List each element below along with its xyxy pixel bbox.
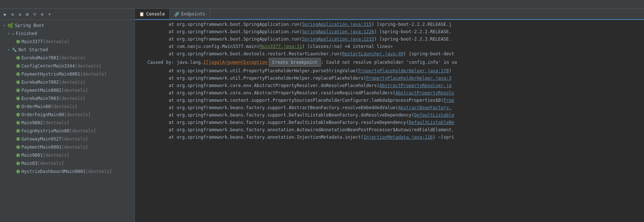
log-link-0[interactable]: SpringApplication.java:315	[302, 22, 371, 27]
error-text-5[interactable]: IllegalArgumentException	[203, 60, 267, 65]
log-link-2[interactable]: SpringApplication.java:1215	[302, 37, 374, 42]
log-link-10[interactable]: Prop	[443, 98, 454, 103]
tree-item-eurekamain7001[interactable]: EurekaMain7001 [devtools]	[0, 54, 134, 62]
add-button[interactable]: +	[47, 11, 52, 17]
tree-arrow-finished	[7, 31, 11, 36]
log-line-9: at org.springframework.core.env.Abstract…	[135, 89, 644, 97]
tree-sublabel-ordermain80: [devtools]	[51, 104, 77, 109]
tree-sublabel-main83: [devtools]	[37, 161, 64, 166]
tree-label-not-started: Not Started	[18, 47, 48, 52]
list-icon[interactable]: ≡	[10, 11, 16, 17]
log-link-4[interactable]: RestartLauncher.java:49	[342, 51, 403, 56]
tree-sublabel-main9001: [devtools]	[43, 153, 69, 158]
tooltip-5[interactable]: Create breakpoint	[269, 58, 321, 67]
log-link-6[interactable]: PropertyPlaceholderHelper.java:178	[358, 68, 449, 73]
service-icon	[16, 113, 20, 117]
wind-icon[interactable]: ≋	[39, 11, 45, 17]
log-link-15[interactable]: InjectionMetadata.java:116	[363, 135, 433, 140]
log-link-11[interactable]: AbstractBeanFactory.	[398, 105, 452, 110]
tab-endpoints[interactable]: 🔗Endpoints	[170, 9, 210, 19]
tree-item-spring-boot[interactable]: 🌿Spring Boot	[0, 21, 134, 30]
tree-sublabel-main3377: [devtools]	[43, 39, 69, 44]
tree-item-paymentmain8002[interactable]: PaymentMain8002 [devtools]	[0, 86, 134, 94]
tree-item-feignhystrix80[interactable]: FeignHystrixMain80 [devtools]	[0, 127, 134, 135]
log-link-3[interactable]: Main3377.java:11	[259, 44, 302, 49]
tree-item-gatewaymain9527[interactable]: GatewayMain9527 [devtools]	[0, 135, 134, 143]
service-icon	[16, 105, 20, 108]
log-line-4: at org.springframework.boot.devtools.res…	[135, 50, 644, 58]
log-link-13[interactable]: DefaultListableBe	[409, 120, 454, 125]
spring-boot-icon: 🌿	[7, 23, 13, 28]
tree-item-paymentmain8001[interactable]: PaymentMain8001 [devtools]	[0, 143, 134, 151]
tree-item-not-started[interactable]: 🔧Not Started	[0, 46, 134, 54]
list-sort-icon[interactable]: ⇅	[17, 11, 23, 17]
tree-sublabel-configcenter3344: [devtools]	[75, 63, 102, 69]
service-icon	[16, 80, 20, 84]
tree-item-ordermain80[interactable]: OrderMain80 [devtools]	[0, 103, 134, 111]
log-line-14: at org.springframework.beans.factory.ann…	[135, 126, 644, 133]
tree-item-paymenthystrix8001[interactable]: PaymentHystrixMain8001 [devtools]	[0, 70, 134, 78]
log-line-6: at org.springframework.util.PropertyPlac…	[135, 67, 644, 74]
tree-label-gatewaymain9527: GatewayMain9527	[21, 136, 61, 142]
line-content-6: at org.springframework.util.PropertyPlac…	[147, 67, 452, 74]
tree-label-configcenter3344: ConfigCenterMain3344	[21, 63, 75, 69]
tree-item-orderfeign80[interactable]: OrderFeignMain80 [devtools]	[0, 111, 134, 119]
line-content-15: at org.springframework.beans.factory.ann…	[147, 134, 454, 141]
service-icon	[16, 97, 20, 100]
tree-item-finished[interactable]: ↺Finished	[0, 30, 134, 38]
tree-item-hystrixdash9001[interactable]: HystrixDashboardMain9001 [devtools]	[0, 167, 134, 176]
line-content-2: at org.springframework.boot.SpringApplic…	[147, 36, 452, 42]
log-link-1[interactable]: SpringApplication.java:1226	[302, 29, 374, 34]
tree-label-main9001: Main9001	[21, 153, 43, 158]
tree-sublabel-paymentmain8001: [devtools]	[61, 145, 88, 150]
tree-sublabel-hystrixdash9001: [devtools]	[85, 169, 112, 174]
tree-label-eurekamain7001: EurekaMain7001	[21, 55, 59, 60]
line-content-4: at org.springframework.boot.devtools.res…	[147, 51, 454, 57]
log-line-3: at com.nanju.config.Main3377.main(Main33…	[135, 43, 644, 50]
sidebar-toolbar: ▶ ≡ ⇅ ⊞ ▽ ≋ +	[0, 9, 134, 20]
wrench-icon: 🔧	[12, 48, 17, 52]
service-icon	[16, 170, 20, 173]
service-icon	[16, 162, 20, 165]
tab-icon-console: 📋	[139, 12, 144, 17]
tab-bar: 📋Console🔗Endpoints	[135, 9, 644, 20]
right-panel: 📋Console🔗Endpoints at org.springframewor…	[135, 9, 644, 222]
line-content-10: at org.springframework.context.support.P…	[147, 97, 454, 104]
tab-icon-endpoints: 🔗	[174, 12, 179, 17]
log-link-7[interactable]: PropertyPlaceholderHelper.java:3	[366, 76, 451, 81]
log-line-11: at org.springframework.beans.factory.sup…	[135, 104, 644, 111]
tree-label-paymenthystrix8001: PaymentHystrixMain8001	[21, 72, 80, 77]
log-line-1: at org.springframework.boot.SpringApplic…	[135, 28, 644, 35]
line-content-11: at org.springframework.beans.factory.sup…	[147, 104, 452, 111]
log-line-0: at org.springframework.boot.SpringApplic…	[135, 21, 644, 28]
tree-item-configcenter3344[interactable]: ConfigCenterMain3344 [devtools]	[0, 62, 134, 70]
console-output[interactable]: at org.springframework.boot.SpringApplic…	[135, 20, 644, 222]
top-bar	[0, 0, 644, 9]
service-icon	[16, 40, 20, 44]
tree-item-eurekamain7003[interactable]: EurekaMain7003 [devtools]	[0, 94, 134, 103]
tree-arrow-not-started	[7, 48, 11, 52]
service-icon	[16, 137, 20, 141]
filter-icon[interactable]: ▽	[32, 11, 38, 17]
tree-item-main9001[interactable]: Main9001 [devtools]	[0, 151, 134, 159]
tree-sublabel-orderfeign80: [devtools]	[64, 112, 91, 117]
log-link-12[interactable]: DefaultListable	[414, 112, 454, 118]
tree-label-eurekamain7003: EurekaMain7003	[21, 96, 59, 101]
log-link-9[interactable]: AbstractPropertyResolv	[395, 90, 454, 96]
tab-console[interactable]: 📋Console	[135, 9, 170, 19]
tree-item-main9002[interactable]: Main9002 [devtools]	[0, 119, 134, 127]
grid-icon[interactable]: ⊞	[24, 11, 30, 17]
line-content-9: at org.springframework.core.env.Abstract…	[147, 90, 454, 96]
run-button[interactable]: ▶	[2, 11, 8, 17]
tree-arrow-spring-boot	[2, 23, 7, 28]
tree-item-eurekamain7002[interactable]: EurekaMain7002 [devtools]	[0, 78, 134, 86]
log-line-5: Caused by: java.lang.IllegalArgumentExce…	[135, 58, 644, 67]
tab-label-console: Console	[146, 11, 165, 17]
tree-label-main9002: Main9002	[21, 120, 43, 125]
tree-item-main3377[interactable]: Main3377 [devtools]	[0, 38, 134, 46]
tree-label-main83: Main83	[21, 161, 37, 166]
tree-label-main3377: Main3377	[21, 39, 43, 44]
log-link-8[interactable]: AbstractPropertyResolver.ja	[380, 83, 452, 88]
tree-item-main83[interactable]: Main83 [devtools]	[0, 159, 134, 167]
line-content-3: at com.nanju.config.Main3377.main(Main33…	[147, 43, 393, 50]
